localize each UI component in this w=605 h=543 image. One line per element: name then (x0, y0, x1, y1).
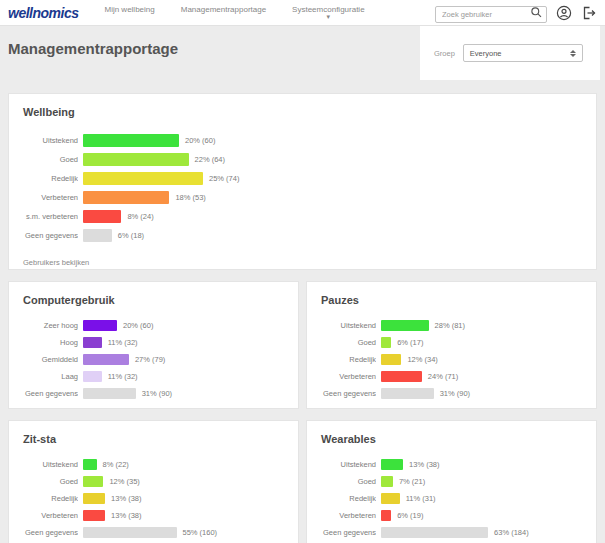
bar-label: Goed (23, 477, 78, 486)
bar (83, 527, 177, 538)
bar-value: 12% (34) (407, 355, 437, 364)
chart-row: Geen gegevens31% (90) (321, 388, 582, 399)
bar-value: 27% (79) (135, 355, 165, 364)
bar (83, 172, 203, 185)
bar-value: 31% (90) (440, 389, 470, 398)
bar (83, 153, 189, 166)
bar-value: 11% (32) (108, 338, 138, 347)
bar-label: Uitstekend (321, 460, 376, 469)
bar-value: 8% (24) (127, 212, 153, 221)
chart-rows: Uitstekend28% (81)Goed6% (17)Redelijk12%… (321, 320, 582, 399)
group-select[interactable]: Everyone (463, 44, 583, 62)
chart-row: Geen gegevens63% (184) (321, 527, 582, 538)
group-label: Groep (434, 49, 455, 58)
group-filter-panel: Groep Everyone (420, 26, 600, 80)
bar-label: Hoog (23, 338, 78, 347)
bar-label: Gemiddeld (23, 355, 78, 364)
chart-rows: Zeer hoog20% (60)Hoog11% (32)Gemiddeld27… (23, 320, 284, 399)
nav-item-label: Managementrapportage (181, 5, 266, 15)
bar-label: Goed (321, 338, 376, 347)
top-navigation-bar: wellnomics Mijn wellbeing Managementrapp… (0, 0, 605, 26)
chart-row: Goed22% (64) (23, 153, 582, 166)
bar (83, 388, 136, 399)
chart-row: Gemiddeld27% (79) (23, 354, 284, 365)
chart-row: s.m. verbeteren8% (24) (23, 210, 582, 223)
bar-label: Redelijk (23, 174, 78, 183)
chart-row: Geen gegevens6% (18) (23, 229, 582, 242)
chart-rows: Uitstekend8% (22)Goed12% (35)Redelijk13%… (23, 459, 284, 538)
chart-title: Pauzes (321, 294, 582, 306)
bar-label: Redelijk (23, 494, 78, 503)
chart-rows: Uitstekend13% (38)Goed7% (21)Redelijk11%… (321, 459, 582, 538)
bar-label: Redelijk (321, 355, 376, 364)
charts-grid: Wellbeing Uitstekend20% (60)Goed22% (64)… (8, 93, 597, 543)
bar-value: 8% (22) (103, 460, 129, 469)
chart-title: Computergebruik (23, 294, 284, 306)
view-users-link[interactable]: Gebruikers bekijken (23, 258, 89, 267)
bar (381, 320, 429, 331)
bar (381, 510, 391, 521)
chart-row: Uitstekend13% (38) (321, 459, 582, 470)
bar (381, 459, 403, 470)
bar-label: Geen gegevens (23, 389, 78, 398)
bar (83, 354, 129, 365)
bar (83, 134, 179, 147)
main-content: Managementrapportage Wellbeing Uitsteken… (0, 26, 605, 543)
bar-value: 31% (90) (142, 389, 172, 398)
bar (83, 337, 102, 348)
bar-value: 20% (60) (123, 321, 153, 330)
chart-row: Verbeteren6% (19) (321, 510, 582, 521)
topbar-actions (435, 3, 597, 23)
bar-label: Verbeteren (23, 511, 78, 520)
bar (83, 191, 169, 204)
bar-value: 28% (81) (435, 321, 465, 330)
chart-row: Laag11% (32) (23, 371, 284, 382)
bar-value: 13% (38) (111, 494, 141, 503)
bar-value: 13% (38) (111, 511, 141, 520)
bar-value: 7% (21) (399, 477, 425, 486)
bar (381, 493, 400, 504)
bar-label: Verbeteren (321, 511, 376, 520)
bar (381, 354, 401, 365)
nav-item-managementrapportage[interactable]: Managementrapportage (181, 5, 266, 15)
chart-row: Zeer hoog20% (60) (23, 320, 284, 331)
bar-value: 6% (18) (118, 231, 144, 240)
account-icon[interactable] (556, 5, 572, 21)
bar-label: Goed (321, 477, 376, 486)
user-search (435, 3, 547, 23)
chart-row: Geen gegevens31% (90) (23, 388, 284, 399)
chart-row: Redelijk11% (31) (321, 493, 582, 504)
bar (381, 527, 488, 538)
chart-card-wearables: Wearables Uitstekend13% (38)Goed7% (21)R… (306, 420, 597, 543)
bar-value: 20% (60) (185, 136, 215, 145)
bar-value: 6% (17) (397, 338, 423, 347)
nav-item-systeemconfiguratie[interactable]: Systeemconfiguratie ▾ (292, 5, 364, 21)
chevron-down-icon: ▾ (327, 14, 331, 20)
chart-card-computergebruik: Computergebruik Zeer hoog20% (60)Hoog11%… (8, 281, 299, 409)
select-updown-icon (570, 50, 576, 57)
logout-icon[interactable] (581, 5, 597, 21)
chart-row: Redelijk25% (74) (23, 172, 582, 185)
bar (83, 459, 97, 470)
chart-row: Verbeteren18% (53) (23, 191, 582, 204)
bar-value: 6% (19) (397, 511, 423, 520)
bar-label: Geen gegevens (321, 528, 376, 537)
chart-row: Uitstekend20% (60) (23, 134, 582, 147)
chart-row: Goed12% (35) (23, 476, 284, 487)
nav-item-mijn-wellbeing[interactable]: Mijn wellbeing (104, 5, 154, 15)
bar (83, 371, 102, 382)
chart-title: Wellbeing (23, 106, 582, 118)
bar-value: 22% (64) (195, 155, 225, 164)
chart-row: Uitstekend8% (22) (23, 459, 284, 470)
nav-item-label: Mijn wellbeing (104, 5, 154, 15)
bar-value: 11% (31) (406, 494, 436, 503)
bar-label: Uitstekend (23, 460, 78, 469)
bar-label: Goed (23, 155, 78, 164)
bar (381, 476, 393, 487)
bar-label: Geen gegevens (23, 528, 78, 537)
chart-title: Wearables (321, 433, 582, 445)
chart-row: Goed6% (17) (321, 337, 582, 348)
bar-label: Zeer hoog (23, 321, 78, 330)
search-icon[interactable] (530, 5, 543, 23)
wellnomics-logo[interactable]: wellnomics (8, 5, 78, 21)
